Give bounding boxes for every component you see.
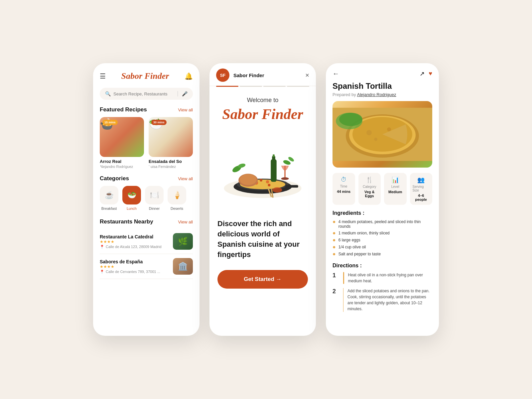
categories-row: ☕ Breakfast 🥗 Lunch 🍽️ Dinner 🍦 Deserts [93,186,200,217]
ingredient-dot-4: ● [332,244,336,250]
restaurants-view-all[interactable]: View all [178,219,193,224]
ingredient-5: ● Salt and pepper to taste [332,252,432,257]
dinner-icon-wrap: 🍽️ [145,186,164,204]
recipe-title: Spanish Tortilla [326,81,439,92]
category-icon: 🍴 [366,176,373,184]
divider [178,91,178,96]
phone1-logo: Sabor Finder [121,71,169,81]
phone2-content: Welcome to Sabor Finder [209,87,316,297]
prog-1 [216,86,238,87]
phone-2: SF Sabor Finder × Welcome to Sabor Finde… [209,63,316,336]
ingredient-2: ● 1 medium onion, thinly sliced [332,231,432,236]
ingredients-title: Ingredients : [332,210,432,216]
phone3-nav: ← ↗ ♥ [326,63,439,81]
ingredient-dot-3: ● [332,237,336,243]
dir-border-2 [343,288,343,312]
prepared-by: Prepared by Alejandro Rodriguez [326,92,439,101]
info-serving: 👥 Serving Size 4–6 people [410,173,433,205]
featured-view-all[interactable]: View all [178,107,193,112]
mic-icon[interactable]: 🎤 [182,91,188,96]
featured-header: Featured Recipes View all [93,105,200,117]
bell-icon[interactable]: 🔔 [185,72,193,80]
deserts-label: Deserts [171,206,183,210]
category-deserts[interactable]: 🍦 Deserts [168,186,186,210]
tagline: Discover the rich and delicious world of… [217,219,308,260]
dir-text-1: Heat olive oil in a non-stick frying pan… [348,272,432,284]
info-icons: ⏱ Time 44 mins 🍴 Category Veg & Eggs 📊 L… [326,173,439,205]
info-level: 📊 Level Medium [384,173,407,205]
level-label: Level [391,185,399,189]
recipe-2-name: Ensalada del So [149,159,193,164]
hamburger-icon[interactable]: ☰ [100,72,106,80]
recipe-2-author: Luisa Fernández [149,165,193,169]
svg-point-29 [374,138,377,141]
action-buttons: ↗ ♥ [420,70,432,77]
svg-point-15 [240,174,257,185]
search-icon: 🔍 [105,91,111,96]
recipe-1-time: 15 mins [102,120,118,125]
recipe-card-1[interactable]: 🍲 15 mins Arroz Real Alejandro Rodríguez [100,117,144,169]
restaurant-2-info: Sabores de España ★★★★ 📍 Calle de Cervan… [100,259,169,274]
category-label: Category [363,185,376,189]
search-bar: 🔍 🎤 [100,88,193,100]
ingredient-dot-2: ● [332,230,336,236]
restaurant-2[interactable]: Sabores de España ★★★★ 📍 Calle de Cervan… [100,254,193,279]
category-breakfast[interactable]: ☕ Breakfast [100,186,118,210]
svg-point-28 [387,127,391,131]
search-input[interactable] [113,91,174,96]
recipes-row: 🍲 15 mins Arroz Real Alejandro Rodríguez… [93,117,200,174]
svg-rect-9 [271,159,276,182]
category-dinner[interactable]: 🍽️ Dinner [145,186,164,210]
time-icon: ⏱ [341,176,347,183]
recipe-card-2[interactable]: 🥗 30 mins Ensalada del So Luisa Fernánde… [149,117,193,169]
favorite-icon[interactable]: ♥ [429,70,432,77]
breakfast-label: Breakfast [101,206,117,210]
get-started-button[interactable]: Get Started → [217,270,308,289]
level-value: Medium [388,190,402,194]
featured-title: Featured Recipes [100,106,147,113]
directions-section: Directions : 1 Heat olive oil in a non-s… [326,263,439,320]
restaurant-1-img: 🌿 [178,237,188,246]
ingredient-dot-5: ● [332,251,336,257]
ingredient-4: ● 1/4 cup olive oil [332,245,432,250]
dinner-label: Dinner [149,206,160,210]
chef-link[interactable]: Alejandro Rodriguez [357,92,396,97]
screens-container: ☰ Sabor Finder 🔔 🔍 🎤 Featured Recipes Vi… [66,63,466,336]
dir-border-1 [343,272,344,284]
time-label: Time [340,185,347,188]
svg-point-5 [266,180,269,184]
recipe-2-time: 30 mins [151,120,167,125]
dir-num-2: 2 [332,288,339,295]
svg-point-13 [281,178,289,180]
info-time: ⏱ Time 44 mins [332,173,355,205]
ingredient-1: ● 4 medium potatoes, peeled and sliced i… [332,219,432,229]
categories-view-all[interactable]: View all [178,176,193,181]
categories-header: Categories View all [93,174,200,186]
phone-3: ← ↗ ♥ Spanish Tortilla Prepared by Aleja… [326,63,439,336]
info-category: 🍴 Category Veg & Eggs [358,173,381,205]
lunch-icon-wrap: 🥗 [122,186,141,204]
close-button[interactable]: × [305,71,309,79]
ingredients-section: Ingredients : ● 4 medium potatoes, peele… [326,210,439,263]
back-button[interactable]: ← [332,70,339,77]
svg-rect-8 [285,185,298,188]
restaurant-1-name: Restaurante La Catedral [100,234,169,239]
share-icon[interactable]: ↗ [420,70,425,77]
restaurant-2-stars: ★★★★ [100,264,169,269]
dir-num-1: 1 [332,272,339,279]
level-icon: 📊 [392,176,399,184]
phone1-header: ☰ Sabor Finder 🔔 [93,63,200,85]
category-lunch[interactable]: 🥗 Lunch [122,186,141,210]
time-value: 44 mins [337,190,350,194]
restaurant-1-stars: ★★★★ [100,239,169,244]
svg-point-7 [268,184,271,187]
location-icon-1: 📍 [100,245,104,249]
svg-point-27 [366,130,372,135]
breakfast-icon-wrap: ☕ [100,186,118,204]
prog-2 [240,86,262,87]
direction-1: 1 Heat olive oil in a non-stick frying p… [332,272,432,284]
restaurants-header: Restaurants Nearby View all [93,217,200,229]
direction-2: 2 Add the sliced potatoes and onions to … [332,288,432,312]
restaurant-1[interactable]: Restaurante La Catedral ★★★★ 📍 Calle de … [100,229,193,254]
restaurants-section: Restaurante La Catedral ★★★★ 📍 Calle de … [93,229,200,279]
